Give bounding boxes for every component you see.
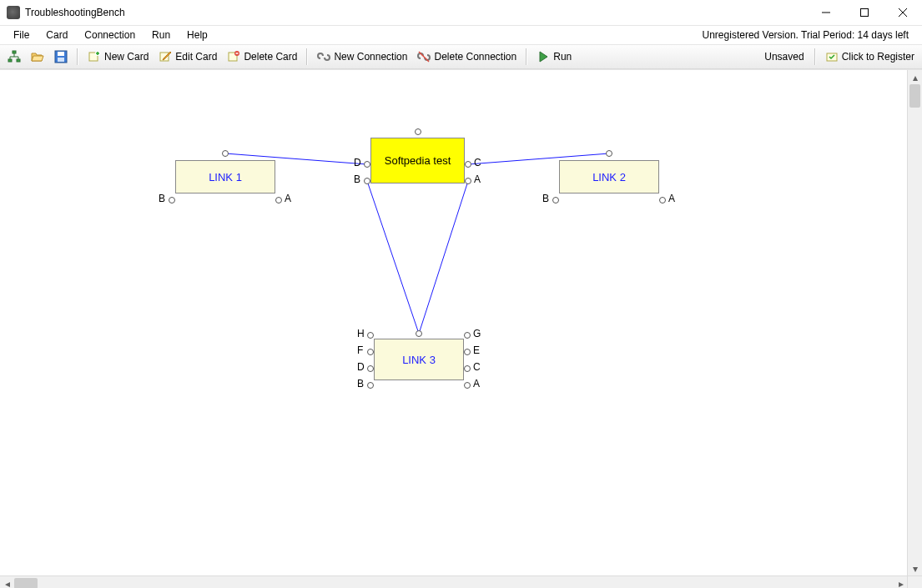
svg-rect-2 [8,59,12,62]
port-c[interactable] [465,161,471,168]
delete-card-icon [227,50,240,63]
scroll-up-icon[interactable]: ▴ [908,70,922,84]
svg-rect-3 [17,59,20,62]
port-d[interactable] [367,365,374,372]
menu-file[interactable]: File [5,28,38,43]
toolbar-separator [306,48,308,65]
port-a[interactable] [465,178,471,184]
window-controls [807,0,922,25]
toolbar-separator [814,48,816,65]
new-card-label: New Card [104,51,149,63]
menu-help[interactable]: Help [179,28,216,43]
scroll-down-icon[interactable]: ▾ [908,561,922,575]
card-label: Softpedia test [385,154,451,167]
tree-icon [8,50,21,63]
port-label-c: C [474,157,481,168]
port-b[interactable] [552,197,559,204]
trial-status: Unregistered Version. Trial Period: 14 d… [703,29,917,41]
toolbar-save-button[interactable] [50,48,72,66]
port-a[interactable] [659,197,666,204]
port-label-a: A [473,378,480,389]
window-title: TroubleshootingBench [25,7,807,18]
new-card-icon [88,50,101,63]
horizontal-scrollbar[interactable]: ◂ ▸ [0,575,922,588]
port-e[interactable] [464,349,471,355]
minimize-icon [822,8,830,17]
new-connection-button[interactable]: New Connection [313,48,411,66]
card-link1[interactable]: LINK 1 [175,160,275,193]
menu-connection[interactable]: Connection [76,28,144,43]
port-label-b: B [354,173,360,185]
new-card-button[interactable]: New Card [83,48,153,66]
new-connection-label: New Connection [334,51,407,63]
scroll-left-icon[interactable]: ◂ [0,576,14,588]
folder-open-icon [31,50,44,63]
run-label: Run [553,51,572,63]
scroll-thumb[interactable] [909,84,920,108]
card-label: LINK 2 [592,171,626,183]
port-top[interactable] [415,128,421,135]
port-label-a: A [668,193,675,204]
save-icon [54,50,68,63]
svg-line-16 [419,181,468,334]
svg-rect-6 [58,58,64,62]
run-button[interactable]: Run [532,48,576,66]
toolbar-open-button[interactable] [27,48,48,66]
port-label-d: D [354,157,361,168]
port-b[interactable] [364,178,370,184]
port-a[interactable] [275,197,282,204]
port-c[interactable] [464,365,471,372]
port-label-f: F [357,344,363,356]
toolbar-separator [526,48,527,65]
scrollbar-corner [907,576,922,588]
minimize-button[interactable] [807,0,845,25]
port-d[interactable] [364,161,370,168]
port-a[interactable] [464,382,471,389]
scroll-right-icon[interactable]: ▸ [894,576,908,588]
menu-card[interactable]: Card [38,28,76,43]
menubar: File Card Connection Run Help Unregister… [0,26,922,45]
delete-card-label: Delete Card [244,51,297,63]
canvas[interactable]: Softpedia test D B C A LINK 1 B A LINK 2… [0,69,922,575]
port-top[interactable] [606,150,612,157]
port-label-e: E [473,344,480,356]
port-b[interactable] [169,197,175,204]
card-label: LINK 3 [402,354,436,366]
port-label-a: A [474,173,481,185]
port-label-d: D [357,361,365,373]
unlink-icon [417,50,431,63]
port-b[interactable] [367,382,374,389]
delete-card-button[interactable]: Delete Card [223,48,301,66]
scroll-thumb[interactable] [14,578,38,588]
close-button[interactable] [884,0,922,25]
register-label: Click to Register [842,51,914,63]
svg-rect-0 [861,9,869,17]
edit-card-button[interactable]: Edit Card [154,48,221,66]
register-button[interactable]: Click to Register [821,48,919,66]
edit-card-icon [159,50,172,63]
port-h[interactable] [367,332,374,339]
app-icon [7,6,20,19]
card-softpedia[interactable]: Softpedia test [370,138,465,183]
port-top[interactable] [416,330,422,337]
delete-connection-label: Delete Connection [434,51,516,63]
delete-connection-button[interactable]: Delete Connection [413,48,521,66]
svg-rect-5 [58,52,64,56]
edit-card-label: Edit Card [175,51,217,63]
diagram[interactable]: Softpedia test D B C A LINK 1 B A LINK 2… [0,70,908,575]
maximize-icon [860,8,869,17]
close-icon [899,8,907,17]
port-g[interactable] [464,332,471,339]
port-f[interactable] [367,349,374,355]
toolbar-tree-button[interactable] [3,48,25,66]
port-label-a: A [285,193,291,204]
maximize-button[interactable] [845,0,884,25]
card-link2[interactable]: LINK 2 [559,160,659,193]
play-icon [537,50,550,63]
unsaved-status: Unsaved [764,51,809,63]
card-link3[interactable]: LINK 3 [374,339,464,380]
port-label-g: G [473,328,481,339]
menu-run[interactable]: Run [144,28,179,43]
port-top[interactable] [222,150,229,157]
vertical-scrollbar[interactable]: ▴ ▾ [907,70,922,575]
